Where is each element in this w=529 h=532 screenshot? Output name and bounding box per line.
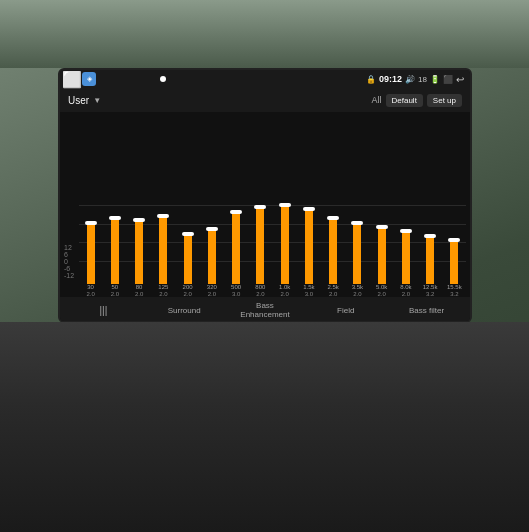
band-bar-50 bbox=[111, 218, 119, 284]
status-bar: ⬜ ◈ 🔒 09:12 🔊 18 🔋 ⬛ ↩ bbox=[60, 70, 470, 88]
band-q-320: 2.0 bbox=[208, 291, 216, 297]
band-fc-125: 125 bbox=[158, 284, 168, 291]
band-q-800: 2.0 bbox=[256, 291, 264, 297]
band-q-1.0k: 2.0 bbox=[280, 291, 288, 297]
band-bar-8.0k bbox=[402, 231, 410, 284]
band-handle-8.0k bbox=[400, 229, 412, 233]
band-q-30: 2.0 bbox=[86, 291, 94, 297]
band-fc-80: 80 bbox=[136, 284, 143, 291]
battery-level: 18 bbox=[418, 75, 427, 84]
band-q-200: 2.0 bbox=[183, 291, 191, 297]
band-fc-5.0k: 5.0k bbox=[376, 284, 387, 291]
band-bar-2.5k bbox=[329, 218, 337, 284]
back-icon[interactable]: ↩ bbox=[456, 74, 464, 85]
eq-band-2.5k[interactable]: 2.5k 2.0 bbox=[322, 205, 345, 297]
band-q-80: 2.0 bbox=[135, 291, 143, 297]
tab-bass-enhancement-label: BassEnhancement bbox=[240, 302, 289, 320]
band-track-30 bbox=[79, 205, 102, 284]
y-label-0: 0 bbox=[64, 258, 78, 265]
eq-band-1.0k[interactable]: 1.0k 2.0 bbox=[273, 205, 296, 297]
band-bar-1.0k bbox=[281, 205, 289, 284]
band-q-8.0k: 2.0 bbox=[402, 291, 410, 297]
band-handle-50 bbox=[109, 216, 121, 220]
equalizer-icon: ||| bbox=[100, 305, 108, 317]
band-handle-320 bbox=[206, 227, 218, 231]
default-button[interactable]: Default bbox=[386, 94, 423, 107]
band-bar-80 bbox=[135, 220, 143, 284]
band-fc-500: 500 bbox=[231, 284, 241, 291]
band-track-12.5k bbox=[419, 205, 442, 284]
band-track-1.0k bbox=[273, 205, 296, 284]
tab-bass-enhancement[interactable]: BassEnhancement bbox=[226, 300, 305, 322]
eq-band-8.0k[interactable]: 8.0k 2.0 bbox=[394, 205, 417, 297]
preset-label: User bbox=[68, 95, 89, 106]
band-fc-50: 50 bbox=[112, 284, 119, 291]
car-top-area bbox=[0, 0, 529, 68]
eq-band-800[interactable]: 800 2.0 bbox=[249, 205, 272, 297]
eq-band-320[interactable]: 320 2.0 bbox=[200, 205, 223, 297]
car-background: ⬜ ◈ 🔒 09:12 🔊 18 🔋 ⬛ ↩ User ▼ All bbox=[0, 0, 529, 532]
band-q-500: 3.0 bbox=[232, 291, 240, 297]
band-bar-1.5k bbox=[305, 209, 313, 284]
band-handle-200 bbox=[182, 232, 194, 236]
tab-bass-filter[interactable]: Bass filter bbox=[387, 304, 466, 318]
band-fc-1.5k: 1.5k bbox=[303, 284, 314, 291]
toolbar: User ▼ All Default Set up bbox=[60, 88, 470, 112]
band-q-2.5k: 2.0 bbox=[329, 291, 337, 297]
band-track-8.0k bbox=[394, 205, 417, 284]
eq-band-1.5k[interactable]: 1.5k 3.0 bbox=[297, 205, 320, 297]
all-label: All bbox=[371, 95, 381, 105]
band-handle-2.5k bbox=[327, 216, 339, 220]
band-handle-125 bbox=[157, 214, 169, 218]
preset-selector[interactable]: User ▼ bbox=[68, 95, 101, 106]
head-unit-screen: ⬜ ◈ 🔒 09:12 🔊 18 🔋 ⬛ ↩ User ▼ All bbox=[58, 68, 472, 323]
app-icon[interactable]: ◈ bbox=[82, 72, 96, 86]
bottom-tabs: ||| Surround BassEnhancement Field Bass … bbox=[60, 297, 470, 323]
eq-band-125[interactable]: 125 2.0 bbox=[152, 205, 175, 297]
band-handle-12.5k bbox=[424, 234, 436, 238]
band-q-15.5k: 3.2 bbox=[450, 291, 458, 297]
band-fc-200: 200 bbox=[183, 284, 193, 291]
tab-surround[interactable]: Surround bbox=[145, 304, 224, 318]
tab-surround-label: Surround bbox=[168, 306, 201, 316]
band-q-1.5k: 3.0 bbox=[305, 291, 313, 297]
band-track-5.0k bbox=[370, 205, 393, 284]
y-label-12: 12 bbox=[64, 244, 78, 251]
band-handle-1.5k bbox=[303, 207, 315, 211]
band-track-200 bbox=[176, 205, 199, 284]
eq-bands-container: 30 2.0 50 2.0 80 2.0 bbox=[79, 205, 466, 297]
band-bar-320 bbox=[208, 229, 216, 284]
band-track-80 bbox=[128, 205, 151, 284]
toolbar-right: All Default Set up bbox=[371, 94, 462, 107]
band-track-125 bbox=[152, 205, 175, 284]
band-track-50 bbox=[103, 205, 126, 284]
band-bar-200 bbox=[184, 234, 192, 284]
eq-band-12.5k[interactable]: 12.5k 3.2 bbox=[419, 205, 442, 297]
y-axis: 12 6 0 -6 -12 bbox=[64, 242, 78, 297]
band-fc-30: 30 bbox=[87, 284, 94, 291]
tab-eq[interactable]: ||| bbox=[64, 303, 143, 319]
band-handle-5.0k bbox=[376, 225, 388, 229]
eq-band-80[interactable]: 80 2.0 bbox=[128, 205, 151, 297]
eq-band-200[interactable]: 200 2.0 bbox=[176, 205, 199, 297]
eq-band-3.5k[interactable]: 3.5k 2.0 bbox=[346, 205, 369, 297]
band-q-3.5k: 2.0 bbox=[353, 291, 361, 297]
band-handle-15.5k bbox=[448, 238, 460, 242]
band-bar-30 bbox=[87, 223, 95, 284]
band-track-3.5k bbox=[346, 205, 369, 284]
home-icon[interactable]: ⬜ bbox=[66, 73, 78, 85]
time-display: 09:12 bbox=[379, 74, 402, 84]
setup-button[interactable]: Set up bbox=[427, 94, 462, 107]
band-handle-800 bbox=[254, 205, 266, 209]
eq-band-30[interactable]: 30 2.0 bbox=[79, 205, 102, 297]
tab-field-label: Field bbox=[337, 306, 354, 316]
screen-icon: ⬛ bbox=[443, 75, 453, 84]
tab-field[interactable]: Field bbox=[306, 304, 385, 318]
band-fc-8.0k: 8.0k bbox=[400, 284, 411, 291]
lock-icon: 🔒 bbox=[366, 75, 376, 84]
eq-band-50[interactable]: 50 2.0 bbox=[103, 205, 126, 297]
band-bar-15.5k bbox=[450, 240, 458, 284]
eq-band-500[interactable]: 500 3.0 bbox=[225, 205, 248, 297]
eq-band-5.0k[interactable]: 5.0k 2.0 bbox=[370, 205, 393, 297]
eq-band-15.5k[interactable]: 15.5k 3.2 bbox=[443, 205, 466, 297]
